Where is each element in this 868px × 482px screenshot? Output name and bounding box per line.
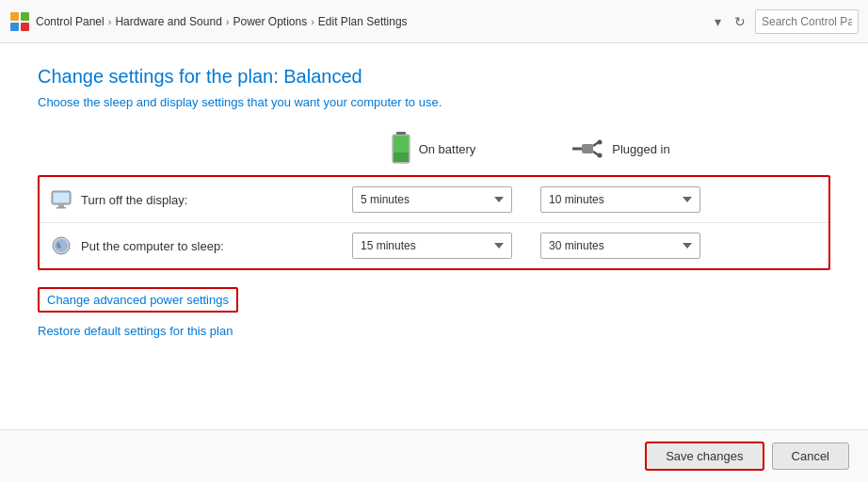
svg-rect-1 <box>21 12 29 21</box>
svg-point-12 <box>598 140 603 145</box>
refresh-button[interactable]: ↻ <box>731 12 749 31</box>
display-plugged-cell: 5 minutes 10 minutes 15 minutes 20 minut… <box>540 186 729 213</box>
advanced-power-settings-link[interactable]: Change advanced power settings <box>38 287 238 313</box>
display-plugged-dropdown[interactable]: 5 minutes 10 minutes 15 minutes 20 minut… <box>540 186 700 213</box>
svg-rect-17 <box>56 207 66 209</box>
svg-rect-3 <box>21 23 29 31</box>
settings-header: On battery Plugged in <box>38 132 830 175</box>
breadcrumb-control-panel[interactable]: Control Panel <box>36 15 104 28</box>
svg-rect-15 <box>54 193 69 202</box>
subtitle-highlight: display <box>160 95 198 109</box>
display-label: Turn off the display: <box>51 189 352 210</box>
main-content: Change settings for the plan: Balanced C… <box>0 43 868 429</box>
sleep-row: Put the computer to sleep: 5 minutes 10 … <box>40 223 828 268</box>
advanced-link-row: Change advanced power settings <box>38 287 830 313</box>
breadcrumb-sep-3: › <box>311 16 314 27</box>
cancel-button[interactable]: Cancel <box>772 442 849 470</box>
sleep-label: Put the computer to sleep: <box>51 235 352 256</box>
svg-rect-0 <box>10 12 19 21</box>
address-bar: Control Panel › Hardware and Sound › Pow… <box>0 0 868 43</box>
window: Control Panel › Hardware and Sound › Pow… <box>0 0 868 482</box>
sleep-plugged-cell: 5 minutes 10 minutes 15 minutes 20 minut… <box>540 233 729 259</box>
svg-rect-9 <box>582 144 593 153</box>
links-section: Change advanced power settings Restore d… <box>38 287 830 342</box>
restore-link-row: Restore default settings for this plan <box>38 320 830 342</box>
breadcrumb: Control Panel › Hardware and Sound › Pow… <box>36 15 705 28</box>
footer: Save changes Cancel <box>0 429 868 482</box>
settings-rows-box: Turn off the display: 5 minutes 10 minut… <box>38 175 830 270</box>
restore-defaults-link[interactable]: Restore default settings for this plan <box>38 320 233 342</box>
svg-rect-2 <box>10 23 19 31</box>
page-subtitle: Choose the sleep and display settings th… <box>38 95 830 109</box>
display-label-text: Turn off the display: <box>81 193 187 207</box>
col-battery-header: On battery <box>339 132 527 175</box>
address-bar-controls: ▾ ↻ <box>711 12 749 31</box>
display-battery-cell: 5 minutes 10 minutes 15 minutes 20 minut… <box>352 186 540 213</box>
display-icon <box>51 189 72 210</box>
breadcrumb-sep-2: › <box>226 16 230 27</box>
page-title: Change settings for the plan: Balanced <box>38 66 830 88</box>
sleep-battery-dropdown[interactable]: 5 minutes 10 minutes 15 minutes 20 minut… <box>352 233 512 259</box>
sleep-battery-cell: 5 minutes 10 minutes 15 minutes 20 minut… <box>352 233 540 259</box>
subtitle-suffix: settings that you want your computer to … <box>199 95 442 109</box>
sleep-icon <box>51 235 72 256</box>
display-battery-dropdown[interactable]: 5 minutes 10 minutes 15 minutes 20 minut… <box>352 186 512 213</box>
svg-rect-7 <box>394 153 409 162</box>
col-plugged-header: Plugged in <box>527 138 715 169</box>
sleep-label-text: Put the computer to sleep: <box>81 239 224 253</box>
control-panel-icon <box>9 11 30 32</box>
breadcrumb-power-options[interactable]: Power Options <box>233 15 307 28</box>
svg-rect-16 <box>58 204 64 207</box>
search-input[interactable] <box>755 9 859 34</box>
battery-icon <box>391 132 411 166</box>
breadcrumb-hardware[interactable]: Hardware and Sound <box>115 15 221 28</box>
breadcrumb-sep-1: › <box>108 16 112 27</box>
plug-icon <box>572 138 604 159</box>
display-row: Turn off the display: 5 minutes 10 minut… <box>40 177 828 223</box>
svg-point-13 <box>598 153 603 158</box>
subtitle-prefix: Choose the sleep and <box>38 95 160 109</box>
breadcrumb-edit-plan: Edit Plan Settings <box>318 15 408 28</box>
col-battery-label: On battery <box>419 142 476 156</box>
col-plugged-label: Plugged in <box>612 142 669 156</box>
dropdown-button[interactable]: ▾ <box>711 12 725 31</box>
sleep-plugged-dropdown[interactable]: 5 minutes 10 minutes 15 minutes 20 minut… <box>540 233 700 259</box>
save-changes-button[interactable]: Save changes <box>645 442 764 471</box>
